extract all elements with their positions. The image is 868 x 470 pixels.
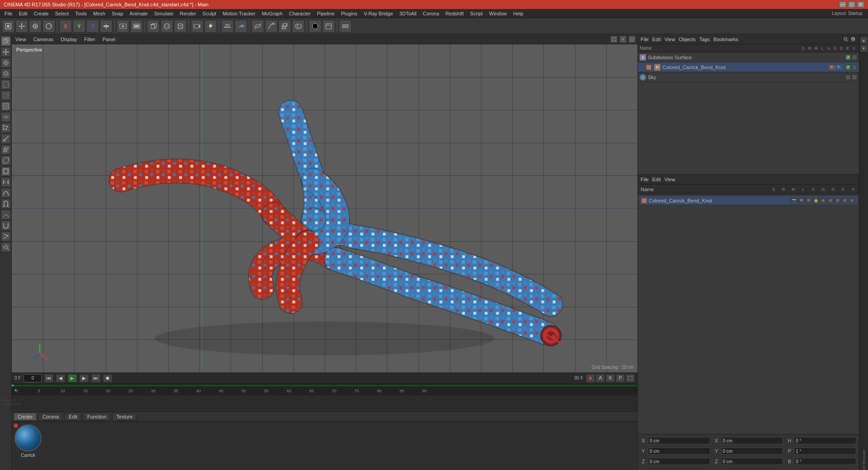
btn-expand[interactable]: ⛶ bbox=[626, 374, 635, 382]
object-item-subdiv[interactable]: S Subdivision Surface ✓ bbox=[638, 52, 859, 62]
toolbar-sky[interactable] bbox=[235, 20, 247, 33]
btn-key-sel[interactable]: K bbox=[606, 374, 615, 382]
menu-window[interactable]: Window bbox=[486, 10, 509, 17]
menu-corona[interactable]: Corona bbox=[420, 10, 442, 17]
left-tool-bevel[interactable] bbox=[1, 155, 11, 165]
toolbar-sphere[interactable] bbox=[160, 20, 173, 33]
left-tool-magnet[interactable] bbox=[1, 199, 11, 209]
menu-render[interactable]: Render bbox=[177, 10, 199, 17]
btn-play[interactable]: ▶ bbox=[68, 374, 77, 382]
menu-pipeline[interactable]: Pipeline bbox=[314, 10, 337, 17]
toolbar-cylinder[interactable] bbox=[174, 20, 187, 33]
om-menu-objects[interactable]: Objects bbox=[679, 37, 695, 42]
btn-pos-key[interactable]: P bbox=[616, 374, 625, 382]
menu-help[interactable]: Help bbox=[510, 10, 526, 17]
vp-ctrl-2[interactable]: + bbox=[619, 36, 627, 43]
menu-tools[interactable]: Tools bbox=[72, 10, 90, 17]
btn-goto-end[interactable]: ⏭ bbox=[91, 374, 100, 382]
mat-tab-texture[interactable]: Texture bbox=[112, 413, 137, 421]
left-tool-bridge[interactable] bbox=[1, 177, 11, 187]
mat-tab-function[interactable]: Function bbox=[83, 413, 110, 421]
toolbar-extrude-gen[interactable] bbox=[278, 20, 291, 33]
vp-ctrl-expand[interactable]: □ bbox=[628, 36, 636, 43]
toolbar-camera[interactable] bbox=[191, 20, 203, 33]
mat-tab-corona[interactable]: Corona bbox=[38, 413, 63, 421]
vp-menu-display[interactable]: Display bbox=[59, 36, 79, 43]
vp-menu-filter[interactable]: Filter bbox=[82, 36, 97, 43]
toolbar-cube[interactable] bbox=[147, 20, 160, 33]
attr-icon-e[interactable]: E bbox=[842, 198, 848, 203]
attr-menu-edit[interactable]: Edit bbox=[652, 177, 661, 182]
vp-menu-cameras[interactable]: Cameras bbox=[32, 36, 56, 43]
toolbar-rotate[interactable] bbox=[42, 20, 55, 33]
timeline-tracks[interactable] bbox=[12, 395, 637, 410]
toolbar-x-axis[interactable]: X bbox=[59, 20, 72, 33]
left-tool-select-all[interactable] bbox=[1, 101, 11, 111]
object-item-sky[interactable]: ○ Sky bbox=[638, 72, 859, 82]
menu-script[interactable]: Script bbox=[467, 10, 486, 17]
left-tool-bend[interactable] bbox=[1, 221, 11, 230]
coord-z-input[interactable] bbox=[648, 458, 710, 465]
toolbar-timeline[interactable] bbox=[339, 20, 352, 33]
coord-p-input[interactable] bbox=[794, 447, 856, 455]
toolbar-loft[interactable] bbox=[251, 20, 264, 33]
coord-y-input[interactable] bbox=[648, 447, 710, 455]
left-tool-line-cut[interactable] bbox=[1, 134, 11, 144]
coord-x-input[interactable] bbox=[648, 437, 710, 444]
om-menu-file[interactable]: File bbox=[641, 37, 649, 42]
material-ball-carrick[interactable]: Carrick bbox=[14, 424, 42, 451]
toolbar-z-axis[interactable]: Z bbox=[86, 20, 99, 33]
fr-btn-1[interactable]: ▲ bbox=[860, 37, 868, 44]
toolbar-material[interactable] bbox=[309, 20, 321, 33]
om-menu-tags[interactable]: Tags bbox=[699, 37, 710, 42]
toolbar-scale[interactable] bbox=[29, 20, 42, 33]
left-tool-scale[interactable] bbox=[1, 58, 11, 68]
menu-vray[interactable]: V-Ray Bridge bbox=[361, 10, 396, 17]
toolbar-render-view[interactable] bbox=[117, 20, 129, 33]
coord-y2-input[interactable] bbox=[721, 447, 783, 455]
attr-row-selected[interactable]: Colored_Carrick_Bend_Knot 📷 👁 R 🔒 A G D … bbox=[640, 196, 857, 205]
left-tool-poly-pen[interactable] bbox=[1, 123, 11, 133]
btn-prev-frame[interactable]: ◀ bbox=[56, 374, 65, 382]
attr-icon-a[interactable]: A bbox=[820, 198, 826, 203]
toolbar-snap[interactable] bbox=[100, 20, 113, 33]
menu-file[interactable]: File bbox=[2, 10, 15, 17]
left-tool-soft-sel[interactable] bbox=[1, 210, 11, 220]
vp-menu-view[interactable]: View bbox=[14, 36, 28, 43]
mat-tab-create[interactable]: Create bbox=[14, 413, 37, 421]
toolbar-move[interactable] bbox=[15, 20, 28, 33]
obj-subdiv-check-2[interactable] bbox=[852, 55, 857, 60]
left-tool-shatter[interactable] bbox=[1, 242, 11, 252]
btn-next-frame[interactable]: ▶ bbox=[80, 374, 89, 382]
menu-motion-tracker[interactable]: Motion Tracker bbox=[220, 10, 258, 17]
coord-x2-input[interactable] bbox=[721, 437, 783, 444]
om-search-icon[interactable] bbox=[843, 36, 849, 42]
obj-sky-check-2[interactable] bbox=[852, 75, 857, 80]
minimize-button[interactable]: — bbox=[839, 1, 846, 8]
left-tool-inset[interactable] bbox=[1, 166, 11, 176]
menu-3dtoall[interactable]: 3DToAll bbox=[396, 10, 419, 17]
btn-record[interactable]: ⏺ bbox=[586, 374, 595, 382]
vp-ctrl-1[interactable]: ⛶ bbox=[610, 36, 618, 43]
maximize-button[interactable]: □ bbox=[848, 1, 855, 8]
toolbar-sweep[interactable] bbox=[265, 20, 278, 33]
om-gear-icon[interactable]: ⚙ bbox=[850, 36, 856, 42]
attr-icon-d[interactable]: D bbox=[835, 198, 841, 203]
btn-play-reverse[interactable]: ⏺ bbox=[103, 374, 112, 382]
attr-icon-eye[interactable]: 👁 bbox=[798, 198, 805, 203]
toolbar-light[interactable] bbox=[204, 20, 217, 33]
toolbar-boole[interactable] bbox=[292, 20, 305, 33]
toolbar-floor[interactable] bbox=[221, 20, 234, 33]
obj-tag-icon-1[interactable]: T bbox=[829, 65, 835, 70]
om-menu-view[interactable]: View bbox=[665, 37, 675, 42]
toolbar-mode-model[interactable] bbox=[2, 20, 14, 33]
attr-icon-render[interactable]: R bbox=[806, 198, 812, 203]
left-tool-select-rect[interactable] bbox=[1, 80, 11, 89]
toolbar-y-axis[interactable]: Y bbox=[73, 20, 85, 33]
attr-menu-view[interactable]: View bbox=[665, 177, 675, 182]
left-tool-select-live[interactable] bbox=[1, 90, 11, 100]
left-tool-twist[interactable] bbox=[1, 231, 11, 241]
left-tool-loop-sel[interactable] bbox=[1, 112, 11, 122]
btn-goto-start[interactable]: ⏮ bbox=[44, 374, 53, 382]
coord-z2-input[interactable] bbox=[721, 458, 783, 465]
